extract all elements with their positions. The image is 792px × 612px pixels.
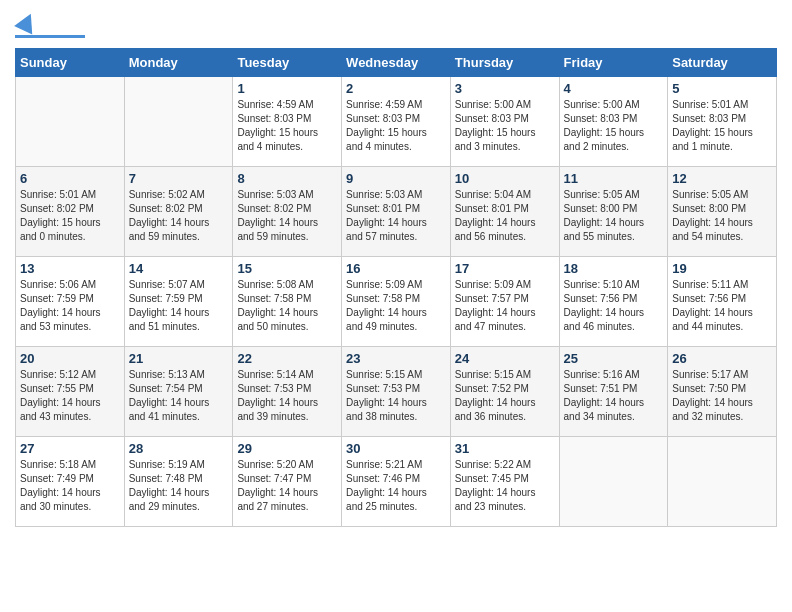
calendar-cell: 29Sunrise: 5:20 AM Sunset: 7:47 PM Dayli… (233, 437, 342, 527)
day-number: 8 (237, 171, 337, 186)
day-info: Sunrise: 5:05 AM Sunset: 8:00 PM Dayligh… (672, 188, 772, 244)
day-number: 25 (564, 351, 664, 366)
day-info: Sunrise: 5:13 AM Sunset: 7:54 PM Dayligh… (129, 368, 229, 424)
calendar-cell: 15Sunrise: 5:08 AM Sunset: 7:58 PM Dayli… (233, 257, 342, 347)
day-number: 14 (129, 261, 229, 276)
calendar-cell: 20Sunrise: 5:12 AM Sunset: 7:55 PM Dayli… (16, 347, 125, 437)
day-info: Sunrise: 5:05 AM Sunset: 8:00 PM Dayligh… (564, 188, 664, 244)
logo (15, 15, 85, 38)
day-number: 9 (346, 171, 446, 186)
day-number: 19 (672, 261, 772, 276)
day-info: Sunrise: 4:59 AM Sunset: 8:03 PM Dayligh… (237, 98, 337, 154)
day-info: Sunrise: 5:00 AM Sunset: 8:03 PM Dayligh… (564, 98, 664, 154)
day-info: Sunrise: 5:20 AM Sunset: 7:47 PM Dayligh… (237, 458, 337, 514)
day-info: Sunrise: 5:00 AM Sunset: 8:03 PM Dayligh… (455, 98, 555, 154)
calendar-cell: 27Sunrise: 5:18 AM Sunset: 7:49 PM Dayli… (16, 437, 125, 527)
day-info: Sunrise: 5:11 AM Sunset: 7:56 PM Dayligh… (672, 278, 772, 334)
weekday-header: Thursday (450, 49, 559, 77)
calendar-cell: 2Sunrise: 4:59 AM Sunset: 8:03 PM Daylig… (342, 77, 451, 167)
day-number: 16 (346, 261, 446, 276)
day-info: Sunrise: 5:12 AM Sunset: 7:55 PM Dayligh… (20, 368, 120, 424)
day-info: Sunrise: 5:09 AM Sunset: 7:57 PM Dayligh… (455, 278, 555, 334)
calendar-cell: 14Sunrise: 5:07 AM Sunset: 7:59 PM Dayli… (124, 257, 233, 347)
calendar-cell: 21Sunrise: 5:13 AM Sunset: 7:54 PM Dayli… (124, 347, 233, 437)
day-number: 10 (455, 171, 555, 186)
day-info: Sunrise: 5:18 AM Sunset: 7:49 PM Dayligh… (20, 458, 120, 514)
calendar-cell: 24Sunrise: 5:15 AM Sunset: 7:52 PM Dayli… (450, 347, 559, 437)
calendar-cell: 12Sunrise: 5:05 AM Sunset: 8:00 PM Dayli… (668, 167, 777, 257)
day-number: 18 (564, 261, 664, 276)
day-info: Sunrise: 5:21 AM Sunset: 7:46 PM Dayligh… (346, 458, 446, 514)
calendar-week-row: 6Sunrise: 5:01 AM Sunset: 8:02 PM Daylig… (16, 167, 777, 257)
day-number: 31 (455, 441, 555, 456)
weekday-header: Sunday (16, 49, 125, 77)
calendar-cell: 6Sunrise: 5:01 AM Sunset: 8:02 PM Daylig… (16, 167, 125, 257)
calendar-week-row: 27Sunrise: 5:18 AM Sunset: 7:49 PM Dayli… (16, 437, 777, 527)
day-info: Sunrise: 5:09 AM Sunset: 7:58 PM Dayligh… (346, 278, 446, 334)
day-number: 5 (672, 81, 772, 96)
weekday-header: Tuesday (233, 49, 342, 77)
day-number: 1 (237, 81, 337, 96)
day-info: Sunrise: 5:03 AM Sunset: 8:02 PM Dayligh… (237, 188, 337, 244)
calendar-cell (668, 437, 777, 527)
calendar-cell: 17Sunrise: 5:09 AM Sunset: 7:57 PM Dayli… (450, 257, 559, 347)
day-number: 7 (129, 171, 229, 186)
calendar-cell: 1Sunrise: 4:59 AM Sunset: 8:03 PM Daylig… (233, 77, 342, 167)
day-number: 23 (346, 351, 446, 366)
day-number: 20 (20, 351, 120, 366)
calendar-cell: 13Sunrise: 5:06 AM Sunset: 7:59 PM Dayli… (16, 257, 125, 347)
day-number: 22 (237, 351, 337, 366)
day-info: Sunrise: 5:01 AM Sunset: 8:03 PM Dayligh… (672, 98, 772, 154)
calendar-cell: 26Sunrise: 5:17 AM Sunset: 7:50 PM Dayli… (668, 347, 777, 437)
day-info: Sunrise: 5:07 AM Sunset: 7:59 PM Dayligh… (129, 278, 229, 334)
day-info: Sunrise: 5:16 AM Sunset: 7:51 PM Dayligh… (564, 368, 664, 424)
day-info: Sunrise: 5:10 AM Sunset: 7:56 PM Dayligh… (564, 278, 664, 334)
calendar-week-row: 20Sunrise: 5:12 AM Sunset: 7:55 PM Dayli… (16, 347, 777, 437)
weekday-header: Friday (559, 49, 668, 77)
day-info: Sunrise: 5:03 AM Sunset: 8:01 PM Dayligh… (346, 188, 446, 244)
calendar-cell: 8Sunrise: 5:03 AM Sunset: 8:02 PM Daylig… (233, 167, 342, 257)
day-number: 11 (564, 171, 664, 186)
page-header (15, 15, 777, 38)
day-info: Sunrise: 5:22 AM Sunset: 7:45 PM Dayligh… (455, 458, 555, 514)
calendar-cell: 4Sunrise: 5:00 AM Sunset: 8:03 PM Daylig… (559, 77, 668, 167)
calendar-cell: 25Sunrise: 5:16 AM Sunset: 7:51 PM Dayli… (559, 347, 668, 437)
day-number: 2 (346, 81, 446, 96)
calendar-cell: 19Sunrise: 5:11 AM Sunset: 7:56 PM Dayli… (668, 257, 777, 347)
day-info: Sunrise: 5:04 AM Sunset: 8:01 PM Dayligh… (455, 188, 555, 244)
day-number: 17 (455, 261, 555, 276)
calendar-cell: 16Sunrise: 5:09 AM Sunset: 7:58 PM Dayli… (342, 257, 451, 347)
day-number: 6 (20, 171, 120, 186)
weekday-header: Monday (124, 49, 233, 77)
day-number: 28 (129, 441, 229, 456)
calendar-cell: 23Sunrise: 5:15 AM Sunset: 7:53 PM Dayli… (342, 347, 451, 437)
calendar-cell: 9Sunrise: 5:03 AM Sunset: 8:01 PM Daylig… (342, 167, 451, 257)
day-number: 13 (20, 261, 120, 276)
day-number: 4 (564, 81, 664, 96)
day-number: 12 (672, 171, 772, 186)
weekday-header-row: SundayMondayTuesdayWednesdayThursdayFrid… (16, 49, 777, 77)
day-info: Sunrise: 4:59 AM Sunset: 8:03 PM Dayligh… (346, 98, 446, 154)
calendar-cell: 22Sunrise: 5:14 AM Sunset: 7:53 PM Dayli… (233, 347, 342, 437)
calendar-week-row: 13Sunrise: 5:06 AM Sunset: 7:59 PM Dayli… (16, 257, 777, 347)
day-info: Sunrise: 5:17 AM Sunset: 7:50 PM Dayligh… (672, 368, 772, 424)
day-info: Sunrise: 5:01 AM Sunset: 8:02 PM Dayligh… (20, 188, 120, 244)
calendar-cell: 30Sunrise: 5:21 AM Sunset: 7:46 PM Dayli… (342, 437, 451, 527)
calendar-cell: 31Sunrise: 5:22 AM Sunset: 7:45 PM Dayli… (450, 437, 559, 527)
day-number: 24 (455, 351, 555, 366)
calendar-cell: 7Sunrise: 5:02 AM Sunset: 8:02 PM Daylig… (124, 167, 233, 257)
calendar-cell (124, 77, 233, 167)
day-number: 15 (237, 261, 337, 276)
weekday-header: Saturday (668, 49, 777, 77)
day-number: 27 (20, 441, 120, 456)
day-number: 26 (672, 351, 772, 366)
calendar-cell (16, 77, 125, 167)
day-info: Sunrise: 5:15 AM Sunset: 7:52 PM Dayligh… (455, 368, 555, 424)
day-number: 29 (237, 441, 337, 456)
day-info: Sunrise: 5:06 AM Sunset: 7:59 PM Dayligh… (20, 278, 120, 334)
day-number: 21 (129, 351, 229, 366)
day-number: 3 (455, 81, 555, 96)
calendar-cell: 11Sunrise: 5:05 AM Sunset: 8:00 PM Dayli… (559, 167, 668, 257)
day-info: Sunrise: 5:14 AM Sunset: 7:53 PM Dayligh… (237, 368, 337, 424)
calendar-cell: 3Sunrise: 5:00 AM Sunset: 8:03 PM Daylig… (450, 77, 559, 167)
